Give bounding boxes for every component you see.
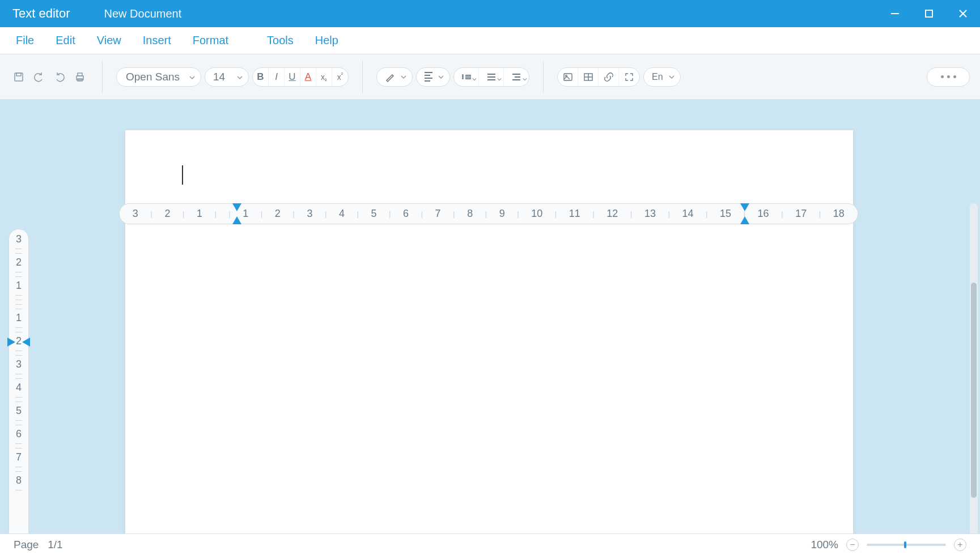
ruler-tick: 1: [16, 280, 22, 292]
svg-rect-4: [15, 73, 23, 81]
toolbar-separator: [102, 61, 103, 93]
svg-rect-5: [16, 73, 21, 76]
insert-link-button[interactable]: [599, 68, 619, 86]
document-page[interactable]: [125, 130, 854, 533]
font-family-select[interactable]: Open Sans: [116, 67, 201, 87]
font-color-button[interactable]: A: [300, 68, 316, 86]
ruler-tick: 14: [682, 208, 693, 220]
menu-tools[interactable]: Tools: [259, 31, 302, 50]
chevron-down-icon: [669, 72, 674, 82]
align-left-icon: [425, 72, 432, 82]
zoom-value: 100%: [811, 539, 838, 551]
svg-marker-16: [740, 203, 749, 211]
ruler-tick: 8: [16, 475, 22, 486]
minimize-button[interactable]: [878, 0, 912, 27]
print-button[interactable]: [71, 67, 88, 87]
ruler-tick: 7: [16, 451, 22, 463]
highlight-color-button[interactable]: [376, 67, 413, 87]
text-style-group: B I U A x₂ x²: [252, 67, 349, 87]
maximize-icon: [924, 8, 934, 19]
align-button[interactable]: [416, 67, 450, 87]
zoom-in-button[interactable]: +: [954, 539, 966, 551]
redo-icon: [54, 71, 65, 83]
top-margin-marker[interactable]: [7, 335, 30, 349]
bullet-list-icon: [462, 74, 471, 79]
menu-view[interactable]: View: [89, 31, 129, 50]
font-size-value: 14: [213, 71, 225, 83]
zoom-slider[interactable]: [867, 544, 946, 546]
list-buttons: [453, 67, 529, 87]
chevron-down-icon: [438, 72, 444, 82]
subscript-button[interactable]: x₂: [316, 68, 332, 86]
chevron-down-icon: [523, 74, 527, 84]
menu-format[interactable]: Format: [185, 31, 236, 50]
underline-button[interactable]: U: [285, 68, 300, 86]
ruler-tick: 1: [16, 312, 22, 324]
maximize-button[interactable]: [912, 0, 946, 27]
app-name: Text editor: [12, 6, 70, 21]
numbered-list-button[interactable]: [479, 68, 504, 86]
pencil-icon: [385, 72, 395, 82]
save-button[interactable]: [10, 67, 27, 87]
fullscreen-icon: [624, 72, 634, 82]
ruler-tick: 3: [133, 208, 138, 220]
font-size-select[interactable]: 14: [205, 67, 249, 87]
superscript-button[interactable]: x²: [332, 68, 348, 86]
svg-rect-1: [926, 10, 932, 17]
chevron-down-icon: [401, 72, 406, 82]
page-value: 1/1: [48, 539, 62, 550]
vertical-scrollbar[interactable]: [970, 203, 978, 533]
bullet-list-button[interactable]: [454, 68, 479, 86]
title-bar: Text editor New Document: [0, 0, 980, 27]
more-icon: [941, 75, 944, 78]
insert-group: [557, 67, 640, 87]
chevron-down-icon: [472, 74, 477, 84]
text-cursor: [182, 165, 183, 185]
ruler-tick: 15: [720, 208, 731, 220]
svg-marker-19: [22, 338, 30, 347]
ruler-tick: 3: [307, 208, 312, 220]
minimize-icon: [890, 8, 900, 19]
table-icon: [583, 72, 593, 82]
bold-button[interactable]: B: [253, 68, 269, 86]
zoom-out-button[interactable]: −: [846, 539, 859, 551]
fullscreen-button[interactable]: [619, 68, 639, 86]
print-icon: [74, 71, 86, 83]
menu-help[interactable]: Help: [307, 31, 346, 50]
right-margin-marker[interactable]: [738, 203, 752, 224]
ruler-tick: 18: [833, 208, 845, 220]
svg-marker-18: [7, 338, 15, 347]
multilevel-list-button[interactable]: [504, 68, 529, 86]
ruler-tick: 5: [371, 208, 377, 220]
toolbar-separator: [543, 61, 544, 93]
menu-insert[interactable]: Insert: [135, 31, 179, 50]
page-label: Page: [14, 539, 39, 550]
left-margin-marker[interactable]: [230, 203, 244, 224]
redo-button[interactable]: [51, 67, 68, 87]
window-controls: [878, 0, 980, 27]
language-button[interactable]: En: [643, 67, 681, 87]
svg-marker-15: [232, 216, 241, 224]
link-icon: [604, 72, 614, 82]
zoom-slider-thumb[interactable]: [904, 541, 906, 548]
toolbar-separator: [362, 61, 363, 93]
ruler-tick: 4: [16, 382, 22, 394]
italic-button[interactable]: I: [269, 68, 285, 86]
ruler-tick: 2: [164, 208, 170, 220]
undo-button[interactable]: [31, 67, 48, 87]
undo-icon: [33, 71, 45, 83]
menu-bar: File Edit View Insert Format Tools Help: [0, 27, 980, 54]
menu-edit[interactable]: Edit: [48, 31, 83, 50]
scrollbar-thumb[interactable]: [971, 283, 977, 498]
more-button[interactable]: [927, 67, 970, 87]
vertical-ruler[interactable]: 3 —— 2 —— 1 —— —— 1 —— 2 —— 3 —— 4 —— 5 …: [9, 229, 29, 533]
menu-file[interactable]: File: [8, 31, 42, 50]
insert-image-button[interactable]: [558, 68, 578, 86]
chevron-down-icon: [189, 71, 195, 83]
numbered-list-icon: [487, 74, 495, 80]
language-value: En: [652, 72, 663, 82]
close-button[interactable]: [946, 0, 980, 27]
insert-table-button[interactable]: [578, 68, 599, 86]
horizontal-ruler[interactable]: 3| 2| 1| | 1| 2| 3| 4| 5| 6| 7| 8| 9| 10…: [119, 203, 858, 224]
document-name: New Document: [104, 7, 182, 20]
